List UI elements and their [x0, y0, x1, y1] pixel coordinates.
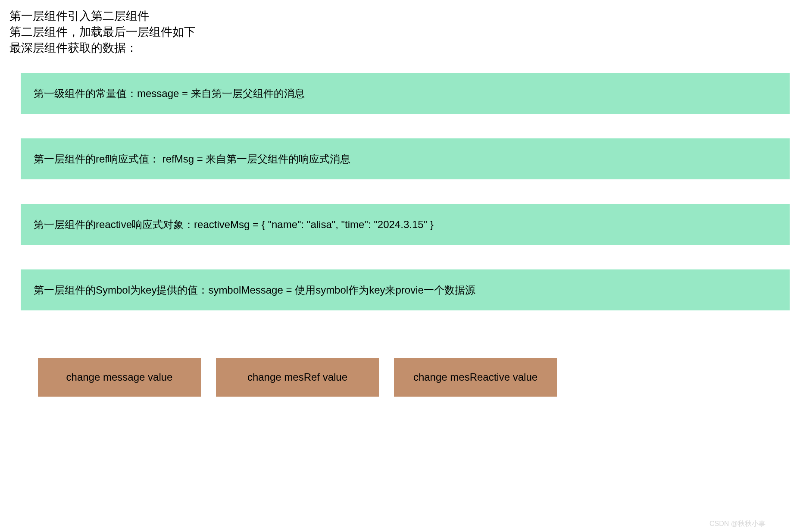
- button-row: change message value change mesRef value…: [38, 358, 791, 397]
- header-line-1: 第一层组件引入第二层组件: [9, 9, 791, 24]
- header-text-block: 第一层组件引入第二层组件 第二层组件，加载最后一层组件如下 最深层组件获取的数据…: [9, 9, 791, 56]
- info-box-refmsg: 第一层组件的ref响应式值： refMsg = 来自第一层父组件的响应式消息: [21, 138, 790, 179]
- watermark-text: CSDN @秋秋小事: [709, 519, 766, 529]
- info-box-message-text: 第一级组件的常量值：message = 来自第一层父组件的消息: [34, 87, 305, 100]
- info-box-reactivemsg: 第一层组件的reactive响应式对象：reactiveMsg = { "nam…: [21, 204, 790, 245]
- info-box-symbolmsg-text: 第一层组件的Symbol为key提供的值：symbolMessage = 使用s…: [34, 283, 475, 297]
- info-box-refmsg-text: 第一层组件的ref响应式值： refMsg = 来自第一层父组件的响应式消息: [34, 152, 350, 166]
- header-line-2: 第二层组件，加载最后一层组件如下: [9, 25, 791, 40]
- info-box-message: 第一级组件的常量值：message = 来自第一层父组件的消息: [21, 73, 790, 114]
- change-mesreactive-button[interactable]: change mesReactive value: [394, 358, 557, 397]
- page-container: 第一层组件引入第二层组件 第二层组件，加载最后一层组件如下 最深层组件获取的数据…: [0, 0, 800, 397]
- header-line-3: 最深层组件获取的数据：: [9, 41, 791, 56]
- change-message-button[interactable]: change message value: [38, 358, 201, 397]
- change-mesref-button[interactable]: change mesRef value: [216, 358, 379, 397]
- info-box-symbolmsg: 第一层组件的Symbol为key提供的值：symbolMessage = 使用s…: [21, 269, 790, 310]
- info-box-reactivemsg-text: 第一层组件的reactive响应式对象：reactiveMsg = { "nam…: [34, 218, 434, 232]
